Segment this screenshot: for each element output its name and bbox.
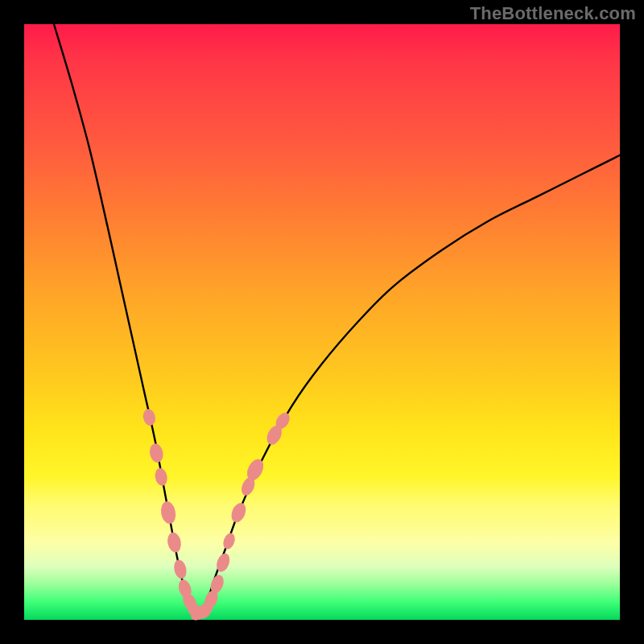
left-curve-path: [54, 24, 197, 613]
right-curve-path: [197, 155, 620, 613]
marker-dot: [172, 559, 188, 580]
marker-dot: [166, 531, 183, 554]
marker-dots: [142, 408, 292, 624]
curve-layer: [24, 24, 620, 620]
marker-dot: [142, 408, 157, 427]
chart-frame: TheBottleneck.com: [0, 0, 644, 644]
marker-dot: [159, 500, 178, 525]
marker-dot: [221, 531, 237, 551]
plot-area: [24, 24, 620, 620]
marker-dot: [229, 501, 249, 524]
marker-dot: [148, 443, 165, 464]
marker-dot: [154, 467, 169, 487]
watermark-text: TheBottleneck.com: [470, 3, 636, 24]
